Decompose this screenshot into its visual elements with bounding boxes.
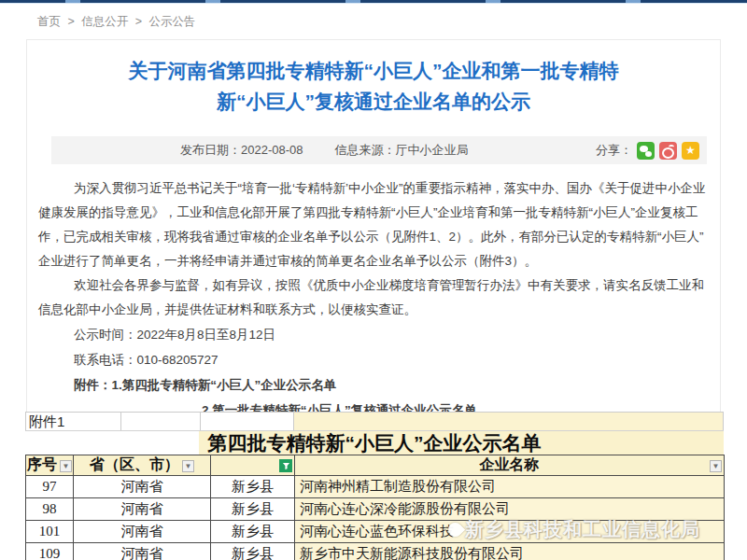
serial-cell: 101	[26, 521, 74, 543]
active-filter-funnel-icon[interactable]	[279, 459, 292, 472]
header-province: 省（区、市）▼	[74, 455, 211, 476]
top-navigation-bar	[0, 0, 747, 4]
star-favorite-icon[interactable]: ★	[682, 142, 699, 160]
share-section: 分享： ★	[596, 142, 699, 160]
publish-date: 发布日期：2022-08-08	[180, 142, 303, 159]
county-cell: 新乡县	[211, 498, 295, 521]
header-serial-number: 序号▼	[26, 455, 74, 476]
notice-time: 公示时间：2022年8月8日至8月12日	[38, 322, 709, 347]
county-cell: 新乡县	[211, 476, 295, 498]
attachment-label-cell: 附件1	[26, 413, 121, 430]
serial-cell: 97	[26, 476, 74, 498]
enterprise-name-cell: 河南神州精工制造股份有限公司	[295, 476, 725, 498]
county-cell: 新乡县	[211, 543, 295, 560]
breadcrumb-info-disclosure[interactable]: 信息公开	[81, 15, 128, 28]
county-cell: 新乡县	[211, 521, 295, 543]
breadcrumb-home[interactable]: 首页	[37, 15, 61, 28]
filter-dropdown-icon[interactable]: ▼	[60, 460, 72, 472]
info-source: 信息来源：厅中小企业局	[335, 142, 469, 159]
table-row: 109 河南省 新乡县 新乡市中天新能源科技股份有限公司	[26, 543, 725, 560]
header-enterprise-name: 企业名称▼	[295, 455, 725, 476]
table-row: 98 河南省 新乡县 河南心连心深冷能源股份有限公司	[26, 498, 725, 521]
province-cell: 河南省	[74, 476, 211, 498]
share-label: 分享：	[596, 142, 632, 159]
breadcrumb-separator: >	[67, 15, 74, 28]
empty-cell	[294, 413, 724, 430]
enterprise-name-cell: 河南心连心蓝色环保科技	[295, 521, 725, 543]
enterprise-name-cell: 河南心连心深冷能源股份有限公司	[295, 498, 725, 521]
breadcrumb-separator: >	[135, 15, 142, 28]
enterprise-table: 序号▼ 省（区、市）▼ 企业名称▼ 97 河南省 新乡县 河南神州精工制造股份有…	[25, 455, 725, 560]
table-row: 101 河南省 新乡县 河南心连心蓝色环保科技	[26, 521, 725, 543]
paragraph-2: 欢迎社会各界参与监督，如有异议，按照《优质中小企业梯度培育管理暂行办法》中有关要…	[38, 273, 709, 322]
filter-dropdown-icon[interactable]: ▼	[710, 460, 722, 472]
enterprise-name-cell: 新乡市中天新能源科技股份有限公司	[295, 543, 725, 560]
article-meta-bar: 发布日期：2022-08-08 信息来源：厅中小企业局 分享： ★	[51, 136, 707, 164]
page-title: 关于河南省第四批专精特新“小巨人”企业和第一批专精特 新“小巨人”复核通过企业名…	[27, 55, 720, 117]
breadcrumb-current: 公示公告	[149, 15, 196, 28]
table-row: 97 河南省 新乡县 河南神州精工制造股份有限公司	[26, 476, 725, 498]
province-cell: 河南省	[74, 521, 211, 543]
serial-cell: 109	[26, 543, 74, 560]
paragraph-1: 为深入贯彻习近平总书记关于“培育一批‘专精特新’中小企业”的重要指示精神，落实中…	[38, 176, 709, 273]
empty-cell	[121, 413, 201, 430]
contact-phone: 联系电话：010-68205727	[38, 347, 709, 372]
breadcrumb: 首页 > 信息公开 > 公示公告	[37, 14, 200, 30]
province-cell: 河南省	[74, 498, 211, 521]
table-title: 第四批专精特新“小巨人”企业公示名单	[25, 430, 724, 455]
province-cell: 河南省	[74, 543, 211, 560]
table-header-row: 序号▼ 省（区、市）▼ 企业名称▼	[26, 455, 725, 476]
empty-cell	[201, 413, 294, 430]
attachment-spreadsheet: 附件1 第四批专精特新“小巨人”企业公示名单 序号▼ 省（区、市）▼ 企业名称▼	[25, 412, 724, 560]
weibo-share-icon[interactable]	[659, 142, 677, 160]
serial-cell: 98	[26, 498, 74, 521]
wechat-share-icon[interactable]	[637, 142, 655, 160]
attachment-list-item-1: 附件：1.第四批专精特新“小巨人”企业公示名单	[38, 372, 709, 398]
header-county-filtered	[211, 455, 295, 476]
filter-dropdown-icon[interactable]: ▼	[182, 460, 194, 472]
attachment-label-row: 附件1	[25, 412, 724, 430]
